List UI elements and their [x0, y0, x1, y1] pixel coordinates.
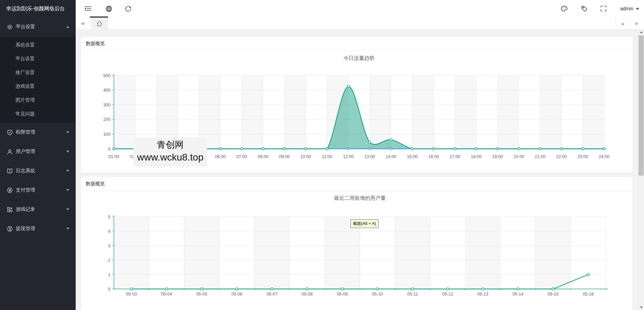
x-tick-label: 05-13: [477, 292, 489, 297]
y-tick-label: 500: [103, 73, 110, 78]
grid-icon: [7, 207, 13, 213]
x-tick-label: 13:00: [364, 154, 375, 159]
chevron-down-icon: [66, 131, 69, 133]
tabs-collapse-button[interactable]: ˅: [629, 17, 644, 30]
chart-title: 最近二周新增的用户量: [334, 195, 386, 201]
sidebar: 幸运刮刮乐-创颜网络后台 平台设置系统设置平台设置推广设置游戏设置图片管理常见问…: [0, 0, 76, 310]
x-tick-label: 05-11: [407, 292, 418, 297]
palette-icon[interactable]: [559, 4, 569, 13]
x-tick-label: 10:00: [300, 154, 311, 159]
x-tick-label: 05-10: [372, 292, 383, 297]
chevron-down-icon: [66, 228, 69, 230]
x-tick-label: 14:00: [386, 154, 396, 159]
refresh-icon[interactable]: [123, 4, 133, 13]
x-tick-label: 05-15: [548, 292, 559, 297]
chevron-down-icon: [66, 151, 69, 153]
sidebar-item-label: 提现管理: [16, 226, 66, 232]
scrollbar-down-icon[interactable]: [638, 305, 644, 310]
sidebar-item-4[interactable]: 日志系统: [0, 161, 76, 180]
x-tick-label: 17:00: [450, 154, 460, 159]
topbar: admin: [76, 0, 644, 17]
y-tick-label: 200: [103, 117, 110, 122]
sidebar-menu: 平台设置系统设置平台设置推广设置游戏设置图片管理常见问题权限管理用户管理日志系统…: [0, 17, 76, 238]
gear-icon: [7, 24, 13, 30]
new-users-chart[interactable]: 最近二周新增的用户量01234505-0305-0405-0505-0605-0…: [81, 191, 633, 309]
sidebar-subitem[interactable]: 游戏设置: [0, 79, 76, 93]
x-tick-label: 05-04: [161, 292, 172, 297]
shield-check-icon: [7, 130, 13, 135]
x-tick-label: 05-08: [302, 292, 313, 297]
sidebar-item-2[interactable]: 权限管理: [0, 123, 76, 142]
panel-new-users: 数据概览 最近二周新增的用户量01234505-0305-0405-0505-0…: [80, 176, 633, 310]
y-tick-label: 0: [108, 147, 110, 152]
x-tick-label: 05-16: [583, 292, 594, 297]
sidebar-item-label: 平台设置: [16, 24, 66, 30]
x-tick-label: 12:00: [343, 154, 354, 159]
x-tick-label: 23:00: [577, 154, 588, 159]
sidebar-subitem[interactable]: 推广设置: [0, 65, 76, 79]
chevron-up-icon: [66, 26, 69, 28]
x-tick-label: 05-03: [126, 292, 137, 297]
tabs-scroll-right-button[interactable]: »: [616, 17, 629, 30]
scrollbar-thumb[interactable]: [638, 35, 644, 176]
sidebar-subitem[interactable]: 常见问题: [0, 107, 76, 121]
sidebar-subitem[interactable]: 平台设置: [0, 52, 76, 65]
x-tick-label: 22:00: [556, 154, 567, 159]
screenshot-tooltip: 截图(Alt + A): [351, 219, 378, 228]
tab-bar: « » ˅: [76, 17, 644, 30]
tag-icon[interactable]: [579, 4, 589, 13]
tabs-scroll-left-button[interactable]: «: [76, 17, 89, 30]
y-tick-label: 5: [108, 215, 110, 219]
sidebar-item-label: 日志系统: [16, 168, 66, 174]
sidebar-subitem[interactable]: 图片管理: [0, 93, 76, 107]
chevron-down-icon: [66, 170, 69, 172]
x-tick-label: 05-14: [513, 292, 524, 297]
sidebar-submenu: 系统设置平台设置推广设置游戏设置图片管理常见问题: [0, 37, 76, 123]
panel-new-users-body: 最近二周新增的用户量01234505-0305-0405-0505-0605-0…: [81, 191, 633, 310]
watermark: 青创网 www.wcku8.top: [133, 137, 207, 167]
chevron-down-icon: [66, 189, 69, 191]
sidebar-item-6[interactable]: 游戏记录: [0, 200, 76, 219]
fullscreen-icon[interactable]: [599, 4, 608, 13]
x-tick-label: 05-05: [196, 292, 207, 297]
x-tick-label: 18:00: [471, 154, 482, 159]
x-tick-label: 05-06: [232, 292, 243, 297]
sidebar-subitem[interactable]: 系统设置: [0, 38, 76, 52]
sidebar-item-label: 权限管理: [16, 129, 66, 135]
sidebar-item-1[interactable]: 平台设置: [0, 17, 76, 37]
y-tick-label: 1: [108, 272, 110, 277]
x-tick-label: 05-12: [442, 292, 453, 297]
x-tick-label: 05-09: [337, 292, 348, 297]
x-tick-label: 01:00: [108, 154, 119, 159]
home-icon: [96, 21, 103, 27]
y-tick-label: 300: [103, 103, 110, 107]
sidebar-item-label: 游戏记录: [16, 206, 66, 213]
user-icon: [7, 149, 13, 155]
panel-traffic-header: 数据概览: [81, 37, 633, 51]
sidebar-item-label: 支付管理: [16, 187, 66, 193]
dollar-circle-icon: [7, 226, 13, 232]
x-tick-label: 15:00: [407, 154, 418, 159]
page-scrollbar[interactable]: [638, 30, 644, 310]
y-tick-label: 0: [108, 287, 110, 292]
y-tick-label: 100: [103, 132, 110, 137]
y-tick-label: 2: [108, 258, 110, 263]
tab-home[interactable]: [91, 17, 108, 30]
x-tick-label: 21:00: [535, 154, 545, 159]
sidebar-item-7[interactable]: 提现管理: [0, 219, 76, 238]
sidebar-item-5[interactable]: 支付管理: [0, 180, 76, 200]
sidebar-item-3[interactable]: 用户管理: [0, 142, 76, 161]
y-tick-label: 3: [108, 244, 110, 248]
scrollbar-up-icon[interactable]: [638, 30, 644, 35]
watermark-line2: www.wcku8.top: [133, 151, 207, 164]
chart-title: 今日流量趋势: [344, 55, 375, 61]
collapse-menu-icon[interactable]: [83, 4, 93, 13]
watermark-line1: 青创网: [133, 138, 207, 151]
chevron-down-icon: [66, 208, 69, 210]
x-tick-label: 05-07: [267, 292, 278, 297]
user-menu[interactable]: admin: [619, 0, 641, 17]
book-icon: [7, 168, 13, 174]
globe-icon[interactable]: [104, 4, 114, 13]
x-tick-label: 08:00: [258, 154, 268, 159]
x-tick-label: 19:00: [492, 154, 503, 159]
